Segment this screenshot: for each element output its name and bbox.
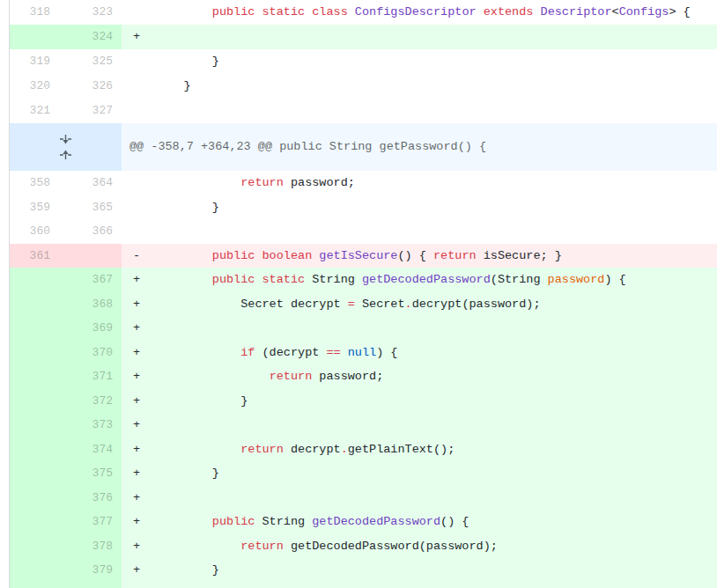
- code-segment: [155, 443, 240, 456]
- code-segment: (String: [491, 273, 548, 286]
- diff-row-addition: 372+ }: [10, 389, 717, 414]
- code-segment: [155, 176, 240, 189]
- new-line-number[interactable]: 368: [61, 292, 122, 317]
- hunk-header: @@ -358,7 +364,23 @@ public String getPa…: [122, 123, 717, 171]
- old-line-number[interactable]: 320: [10, 74, 61, 99]
- old-line-number[interactable]: [10, 437, 61, 462]
- old-line-number[interactable]: 321: [10, 99, 61, 123]
- diff-row-context: 320326 }: [10, 74, 717, 99]
- old-line-number[interactable]: [10, 510, 61, 534]
- expand-down-button[interactable]: [60, 135, 71, 145]
- diff-row-addition-partial: [10, 583, 717, 588]
- old-line-number[interactable]: 319: [10, 49, 61, 74]
- old-line-number[interactable]: [10, 486, 61, 511]
- new-line-number[interactable]: 370: [61, 341, 122, 365]
- diff-marker: +: [133, 510, 140, 534]
- old-line-number[interactable]: [10, 389, 61, 414]
- code-segment: ) {: [376, 346, 397, 359]
- code-line: + Secret decrypt = Secret.decrypt(passwo…: [122, 292, 717, 317]
- new-line-number[interactable]: 379: [61, 558, 122, 583]
- new-line-number[interactable]: 375: [61, 461, 122, 486]
- code-line: - public boolean getIsSecure() { return …: [122, 244, 717, 268]
- new-line-number[interactable]: 376: [61, 486, 122, 511]
- code-line: + public static String getDecodedPasswor…: [122, 268, 717, 292]
- new-line-number[interactable]: 372: [61, 389, 122, 414]
- old-line-number[interactable]: 360: [10, 219, 61, 244]
- diff-row-context: 359365 }: [10, 195, 717, 220]
- new-line-number[interactable]: 377: [61, 510, 122, 534]
- new-line-number[interactable]: 325: [61, 49, 122, 74]
- new-line-number[interactable]: 371: [61, 364, 122, 389]
- new-line-number[interactable]: 366: [61, 219, 122, 244]
- code-line: +: [122, 486, 717, 511]
- diff-row-addition: 371+ return password;: [10, 364, 717, 389]
- old-line-number[interactable]: 359: [10, 195, 61, 220]
- diff-marker: +: [133, 341, 140, 365]
- old-line-number[interactable]: [10, 341, 61, 365]
- code-segment: if: [240, 346, 255, 359]
- code-line: + return decrypt.getPlainText();: [122, 437, 717, 462]
- old-line-number[interactable]: 318: [10, 0, 61, 25]
- new-line-number[interactable]: 327: [61, 99, 122, 123]
- new-line-number[interactable]: [61, 244, 122, 268]
- new-line-number[interactable]: 324: [61, 25, 122, 49]
- new-line-number[interactable]: 323: [61, 0, 122, 25]
- code-line: + }: [122, 461, 717, 486]
- old-line-number[interactable]: 361: [10, 244, 61, 268]
- code-segment: isSecure; }: [477, 249, 562, 262]
- new-line-number[interactable]: 369: [61, 316, 122, 341]
- code-line: +: [122, 413, 717, 437]
- old-line-number[interactable]: [10, 534, 61, 559]
- diff-row-context: 319325 }: [10, 49, 717, 74]
- code-segment: Configs: [619, 5, 669, 18]
- new-line-number[interactable]: 378: [61, 534, 122, 559]
- expand-up-button[interactable]: [60, 150, 71, 160]
- old-line-number[interactable]: [10, 413, 61, 437]
- old-line-number[interactable]: [10, 558, 61, 583]
- old-line-number[interactable]: [10, 461, 61, 486]
- code-line: [122, 219, 717, 244]
- code-segment: }: [155, 79, 191, 92]
- diff-row-addition: 376+: [10, 486, 717, 511]
- old-line-number[interactable]: [10, 25, 61, 49]
- code-line: [122, 99, 717, 123]
- code-segment: [477, 5, 484, 18]
- old-line-number[interactable]: [10, 268, 61, 292]
- code-segment: getPlainText();: [348, 443, 455, 456]
- diff-marker: +: [133, 389, 140, 414]
- code-segment: ) {: [604, 273, 625, 286]
- diff-row-addition: 374+ return decrypt.getPlainText();: [10, 437, 717, 462]
- new-line-number[interactable]: 367: [61, 268, 122, 292]
- new-line-number[interactable]: 326: [61, 74, 122, 99]
- hunk-expand-gutter: [10, 123, 122, 171]
- code-segment: ConfigsDescriptor: [355, 5, 477, 18]
- code-segment: public boolean: [212, 249, 312, 262]
- diff-table: 318323 public static class ConfigsDescri…: [9, 0, 717, 588]
- new-line-number[interactable]: 365: [61, 195, 122, 220]
- old-line-number[interactable]: [10, 316, 61, 341]
- code-segment: [155, 5, 212, 18]
- new-line-number[interactable]: [61, 583, 122, 588]
- code-segment: }: [155, 201, 219, 214]
- code-segment: Descriptor: [541, 5, 612, 18]
- code-segment: [155, 273, 212, 286]
- old-line-number[interactable]: 358: [10, 171, 61, 195]
- code-segment: return: [240, 176, 284, 189]
- code-segment: getDecodedPassword: [312, 515, 440, 528]
- new-line-number[interactable]: 373: [61, 413, 122, 437]
- new-line-number[interactable]: 374: [61, 437, 122, 462]
- old-line-number[interactable]: [10, 583, 61, 588]
- diff-row-addition: 377+ public String getDecodedPassword() …: [10, 510, 717, 534]
- diff-row-addition: 373+: [10, 413, 717, 437]
- diff-row-context: 321327: [10, 99, 717, 123]
- code-segment: ==: [326, 346, 340, 359]
- code-segment: }: [155, 467, 219, 480]
- old-line-number[interactable]: [10, 292, 61, 317]
- new-line-number[interactable]: 364: [61, 171, 122, 195]
- diff-row-context: 318323 public static class ConfigsDescri…: [10, 0, 717, 25]
- old-line-number[interactable]: [10, 364, 61, 389]
- code-segment: [155, 249, 212, 262]
- code-line: }: [122, 49, 717, 74]
- code-segment: public static class: [212, 5, 348, 18]
- diff-row-addition: 379+ }: [10, 558, 717, 583]
